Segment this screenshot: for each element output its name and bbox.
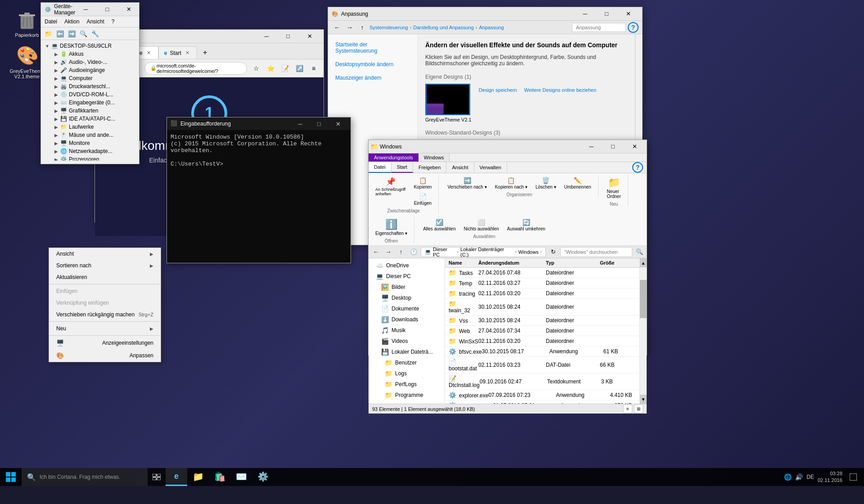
fe-ribbon-tab-verwalten[interactable]: Verwalten — [474, 162, 507, 173]
dm-item-ide[interactable]: ▶ 💾 IDE ATA/ATAPI-C... — [52, 115, 137, 123]
dm-toolbar-btn2[interactable]: ⬅️ — [54, 28, 65, 39]
design-thumbnail[interactable] — [425, 84, 470, 115]
anpassung-forward-button[interactable]: → — [344, 22, 355, 33]
fe-search-button[interactable]: 🔍 — [634, 247, 645, 257]
dm-item-netzwerk[interactable]: ▶ 🌐 Netzwerkadapte... — [52, 147, 137, 155]
edge-close-button[interactable]: ✕ — [299, 30, 320, 43]
fe-selectnone-button[interactable]: ⬜ Nichts auswählen — [460, 217, 502, 233]
edge-maximize-button[interactable]: □ — [278, 30, 298, 43]
fe-file-row-11[interactable]: ⚙️HelpPane.exe 01.07.2016 05:31 Anwendun… — [445, 400, 639, 404]
fe-sidebar-programme-x86[interactable]: 📁 Programme (x... — [369, 400, 445, 404]
taskbar-language[interactable]: DE — [806, 474, 814, 480]
fe-sidebar-bilder[interactable]: 🖼️ Bilder — [369, 282, 445, 292]
cm-anpassen[interactable]: 🎨 Anpassen — [49, 349, 161, 362]
fe-sidebar-dokumente[interactable]: 📄 Dokumente — [369, 303, 445, 314]
fe-file-row-8[interactable]: 📄bootstat.dat 02.11.2016 03:23 DAT-Datei… — [445, 357, 639, 374]
fe-view-list-button[interactable]: ≡ — [623, 405, 632, 414]
fe-paste-button[interactable]: 📄 Einfügen — [410, 191, 435, 207]
fe-nav-back-button[interactable]: ← — [370, 247, 381, 257]
cm-einfuegen[interactable]: Einfügen — [49, 285, 161, 297]
taskbar-network-icon[interactable]: 🌐 — [784, 473, 792, 481]
breadcrumb-systemsteuerung[interactable]: Systemsteuerung — [369, 25, 408, 30]
device-manager-titlebar[interactable]: ⚙️ Geräte-Manager ─ □ ✕ — [41, 3, 139, 16]
fe-sidebar-videos[interactable]: 🎬 Videos — [369, 336, 445, 346]
dm-item-grafik[interactable]: ▶ 🖥️ Grafikkarten — [52, 107, 137, 115]
fe-sidebar-musik[interactable]: 🎵 Musik — [369, 325, 445, 336]
dm-item-drucker[interactable]: ▶ 🖨️ Druckwarteschl... — [52, 82, 137, 90]
fe-address-bar[interactable]: 💻 Dieser PC › Lokaler Datenträger (C:) ›… — [421, 247, 546, 257]
fe-nav-recent-button[interactable]: 🕐 — [408, 247, 419, 257]
edge-favorites-button[interactable]: ⭐ — [264, 62, 277, 75]
cmd-close-button[interactable]: ✕ — [329, 117, 347, 130]
fe-ribbon-tab-datei[interactable]: Datei — [369, 162, 392, 173]
fe-delete-button[interactable]: 🗑️ Löschen ▾ — [532, 175, 559, 191]
anp-sidebar-mauszeiger[interactable]: Mauszeiger ändern — [328, 71, 418, 85]
anpassung-help-button[interactable]: ? — [628, 22, 639, 33]
fe-file-row-1[interactable]: 📁Temp 02.11.2016 03:27 Dateiordner — [445, 278, 639, 288]
cm-verschieben[interactable]: Verschieben rückgängig machen Strg+Z — [49, 309, 161, 320]
fe-titlebar[interactable]: 📁 Windows ─ □ ✕ — [369, 140, 647, 153]
fe-properties-button[interactable]: ℹ️ Eigenschaften ▾ — [372, 217, 410, 238]
fe-file-row-2[interactable]: 📁tracing 02.11.2016 03:20 Dateiordner — [445, 288, 639, 299]
cm-neu[interactable]: Neu ▶ — [49, 323, 161, 334]
fe-ribbon-tab-ansicht[interactable]: Ansicht — [446, 162, 474, 173]
fe-view-grid-button[interactable]: ⊞ — [634, 405, 643, 414]
edge-minimize-button[interactable]: ─ — [256, 30, 277, 43]
cm-sortieren[interactable]: Sortieren nach ▶ — [49, 260, 161, 271]
fe-sidebar-downloads[interactable]: ⬇️ Downloads — [369, 314, 445, 325]
edge-notes-button[interactable]: 📝 — [279, 62, 291, 75]
desktop-icon-recycle-bin[interactable]: Papierkorb — [9, 9, 45, 38]
anpassung-titlebar[interactable]: 🎨 Anpassung ─ □ ✕ — [328, 7, 642, 21]
dm-item-monitore[interactable]: ▶ 🖥️ Monitore — [52, 139, 137, 147]
fe-sidebar-dieser-pc[interactable]: 💻 Dieser PC — [369, 271, 445, 282]
fe-ribbon-tab-freigeben[interactable]: Freigeben — [413, 162, 447, 173]
fe-sidebar-desktop[interactable]: 🖥️ Desktop — [369, 292, 445, 303]
fe-scroll-track[interactable] — [640, 267, 647, 395]
fe-scroll-thumb[interactable] — [640, 280, 647, 318]
fe-sidebar-programme[interactable]: 📁 Programme — [369, 390, 445, 400]
breadcrumb-darstellung[interactable]: Darstellung und Anpassung — [413, 25, 474, 30]
fe-rename-button[interactable]: ✏️ Umbenennen — [561, 175, 594, 191]
fe-scroll-down[interactable]: ▼ — [640, 395, 647, 404]
fe-copy-button[interactable]: 📋 Kopieren — [410, 175, 435, 191]
dm-item-akkus[interactable]: ▶ 🔋 Akkus — [52, 50, 137, 58]
taskbar-app-explorer[interactable]: 📁 — [187, 468, 209, 486]
fe-pin-button[interactable]: 📌 An Schnellzugriffanheften — [372, 175, 409, 207]
edge-menu-button[interactable]: ≡ — [307, 62, 320, 75]
fe-close-button[interactable]: ✕ — [624, 140, 645, 153]
design-more-button[interactable]: Weitere Designs online beziehen — [524, 87, 597, 93]
cmd-minimize-button[interactable]: ─ — [291, 117, 309, 130]
taskbar-volume-icon[interactable]: 🔊 — [795, 473, 803, 481]
fe-nav-refresh-button[interactable]: ↻ — [548, 247, 558, 257]
cm-ansicht[interactable]: Ansicht ▶ — [49, 248, 161, 260]
start-button[interactable] — [0, 468, 22, 486]
cortana-search[interactable]: 🔍 Ich bin Cortana. Frag mich etwas. — [22, 468, 148, 486]
fe-search-input[interactable] — [560, 247, 632, 257]
dm-toolbar-btn3[interactable]: ➡️ — [66, 28, 77, 39]
dm-menu-datei[interactable]: Datei — [41, 17, 61, 26]
edge-tab-start[interactable]: e Start ✕ — [158, 46, 197, 59]
fe-ribbon-tab-start[interactable]: Start — [392, 162, 413, 173]
edge-tab-add-button[interactable]: + — [199, 46, 212, 59]
fe-sidebar-benutzer[interactable]: 📁 Benutzer — [369, 357, 445, 368]
fe-file-row-4[interactable]: 📁Vss 30.10.2015 08:24 Dateiordner — [445, 315, 639, 326]
dm-item-prozessoren[interactable]: ▶ ⚙️ Prozessoren — [52, 155, 137, 161]
desktop-icon-theme[interactable]: 🎨 GreyEveThemeV2.1.theme — [9, 45, 45, 79]
edge-tab-start-close[interactable]: ✕ — [184, 50, 191, 57]
dm-item-dvd[interactable]: ▶ 💿 DVD/CD-ROM-L... — [52, 90, 137, 99]
fe-sidebar-perflogs[interactable]: 📁 PerfLogs — [369, 379, 445, 390]
device-manager-tree[interactable]: ▼ 💻 DESKTOP-S6U9CLR ▶ 🔋 Akkus ▶ 🔊 Audio-… — [41, 40, 139, 161]
anp-sidebar-startseite[interactable]: Startseite der Systemsteuerung — [328, 38, 418, 58]
fe-move-button[interactable]: ➡️ Verschieben nach ▾ — [444, 175, 490, 191]
taskbar-notifications-button[interactable] — [846, 468, 860, 486]
fe-maximize-button[interactable]: □ — [603, 140, 623, 153]
fe-file-row-7[interactable]: ⚙️bfsvc.exe 30.10.2015 08:17 Anwendung 6… — [445, 346, 639, 357]
fe-sidebar-laufwerk[interactable]: 💾 Lokaler Dateträ... — [369, 346, 445, 357]
dm-toolbar-btn1[interactable]: 📁 — [43, 28, 54, 39]
taskbar-app-mail[interactable]: ✉️ — [230, 468, 252, 486]
fe-copy2-button[interactable]: 📋 Kopieren nach ▾ — [492, 175, 531, 191]
dm-close-button[interactable]: ✕ — [118, 3, 139, 16]
edge-hub-button[interactable]: ☆ — [250, 62, 262, 75]
dm-item-laufwerke[interactable]: ▶ 📁 Laufwerke — [52, 123, 137, 131]
fe-newfolder-button[interactable]: 📁 NeuerOrdner — [604, 175, 624, 201]
